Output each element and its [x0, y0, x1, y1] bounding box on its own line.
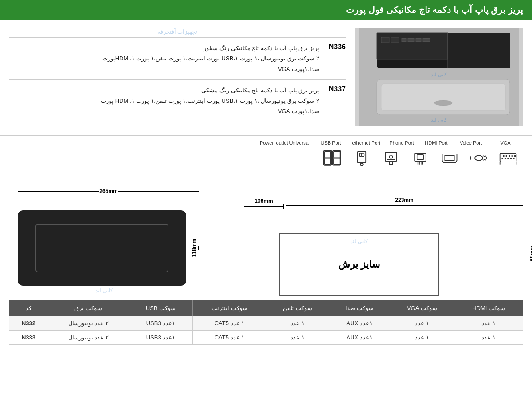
svg-rect-25: [360, 153, 362, 156]
svg-rect-17: [324, 151, 331, 165]
cell-n333-hdmi: ۱ عدد: [454, 331, 523, 345]
col-phone: سوکت تلفن: [266, 300, 329, 316]
cut-height-dimension: 68mm: [528, 211, 532, 296]
svg-rect-10: [448, 33, 510, 68]
hline-width: [18, 191, 99, 192]
svg-point-31: [389, 155, 392, 158]
svg-rect-34: [415, 153, 426, 161]
model-desc-n336: پریز برق پاپ آپ با دکمه تاچ مکانیکی رنگ …: [102, 43, 319, 74]
cut-size-text: سایز برش: [338, 259, 380, 270]
dimensions-section: 265mm 118mm کابی لند: [0, 175, 532, 296]
col-sound: سوکت صدا: [329, 300, 390, 316]
cell-n333-vga: ۱ عدد: [390, 331, 454, 345]
port-icons-row: [9, 146, 523, 170]
port-label-voice: Voice Port: [458, 140, 484, 146]
ethernet-port-icon: [380, 149, 402, 167]
port-label-ethernet: ethernet Port: [352, 140, 380, 146]
page-title: پریز برق پاپ آپ با دکمه تاچ مکانیکی فول …: [346, 5, 523, 15]
svg-rect-26: [362, 153, 364, 156]
svg-point-56: [501, 158, 503, 159]
cell-n332-sound: ۱عدد AUX: [329, 316, 390, 331]
svg-rect-30: [387, 154, 395, 160]
svg-point-55: [514, 155, 516, 157]
svg-rect-18: [324, 151, 331, 165]
model-desc-n337: پریز برق پاپ آپ با دکمه تاچ مکانیکی رنگ …: [101, 85, 319, 116]
table-header: سوکت HDMI سوکت VGA سوکت صدا سوکت تلفن سو…: [9, 300, 523, 316]
cut-width-label: 223mm: [395, 197, 413, 203]
port-label-vga: VGA: [492, 140, 519, 146]
cell-n332-internet: ۱ عدد CAT5: [193, 316, 266, 331]
tick-right: [199, 189, 200, 193]
top-dim-row: 108mm 223mm: [244, 197, 523, 209]
col-code: کد: [9, 300, 48, 316]
svg-point-27: [360, 163, 363, 166]
svg-rect-35: [417, 155, 424, 160]
svg-rect-13: [381, 84, 505, 110]
table-body: ۱ عدد ۱ عدد ۱عدد AUX ۱ عدد ۱ عدد CAT5 ۱ع…: [9, 316, 523, 345]
ports-section: Power, outlet Universal USB Port etherne…: [0, 135, 532, 175]
cell-n332-phone: ۱ عدد: [266, 316, 329, 331]
svg-rect-3: [381, 37, 389, 43]
cell-n332-code: N332: [9, 316, 48, 331]
watermark-dim-left: کابی لند: [9, 288, 200, 294]
svg-point-14: [434, 100, 452, 106]
svg-rect-21: [333, 151, 340, 165]
model-n336: N336 پریز برق پاپ آپ با دکمه تاچ مکانیکی…: [9, 37, 346, 79]
model-id-n336: N336: [324, 43, 346, 51]
svg-text:کابی لند: کابی لند: [431, 117, 447, 122]
svg-rect-20: [325, 158, 331, 165]
svg-rect-23: [334, 158, 340, 165]
cell-n333-phone: ۱ عدد: [266, 331, 329, 345]
svg-rect-22: [334, 151, 340, 158]
svg-point-52: [506, 155, 508, 157]
port-labels-row: Power, outlet Universal USB Port etherne…: [9, 140, 523, 146]
col-usb: سوکت USB: [129, 300, 193, 316]
svg-point-57: [505, 158, 506, 159]
watermark-cut: کابی لند: [350, 238, 368, 244]
hdmi-port-icon: [439, 149, 460, 167]
svg-text:کابی لند: کابی لند: [431, 72, 447, 77]
cell-n332-hdmi: ۱ عدد: [454, 316, 523, 331]
col-internet: سوکت اینترنت: [193, 300, 266, 316]
cell-n333-sound: ۱عدد AUX: [329, 331, 390, 345]
cell-n333-power: ۲ عدد یونیورسال: [48, 331, 129, 345]
cell-n333-internet: ۱ عدد CAT5: [193, 331, 266, 345]
table-row: ۱ عدد ۱ عدد ۱عدد AUX ۱ عدد ۱ عدد CAT5 ۱ع…: [9, 316, 523, 331]
svg-rect-7: [416, 38, 421, 42]
page-header: پریز برق پاپ آپ با دکمه تاچ مکانیکی فول …: [0, 0, 532, 20]
depth-label: 108mm: [254, 198, 273, 204]
voice-port-icon: [468, 149, 489, 167]
main-section: تجهیزات آفتخرفه N336 پریز برق پاپ آپ با …: [0, 20, 532, 135]
table-header-row: سوکت HDMI سوکت VGA سوکت صدا سوکت تلفن سو…: [9, 300, 523, 316]
height-label: 118mm: [190, 238, 198, 258]
model-descriptions: تجهیزات آفتخرفه N336 پریز برق پاپ آپ با …: [9, 28, 346, 126]
cell-n332-usb: ۱عدد USB3: [129, 316, 193, 331]
port-label-usb: USB Port: [317, 140, 344, 146]
col-hdmi: سوکت HDMI: [454, 300, 523, 316]
width-dimension-line: 265mm: [18, 188, 200, 194]
table-row: ۱ عدد ۱ عدد ۱عدد AUX ۱ عدد ۱ عدد CAT5 ۱ع…: [9, 331, 523, 345]
svg-point-59: [510, 158, 512, 159]
svg-rect-6: [408, 38, 414, 42]
svg-rect-41: [445, 156, 454, 161]
model-n337: N337 پریز برق پاپ آپ با دکمه تاچ مکانیکی…: [9, 79, 346, 122]
svg-point-51: [503, 155, 505, 157]
cell-n333-usb: ۱عدد USB3: [129, 331, 193, 345]
product-photo-section: کابی لند کابی لند: [355, 28, 523, 126]
model-id-n337: N337: [324, 85, 346, 93]
svg-rect-50: [500, 153, 516, 162]
cell-n332-power: ۲ عدد یونیورسال: [48, 316, 129, 331]
cell-n333-code: N333: [9, 331, 48, 345]
svg-point-42: [475, 156, 483, 161]
svg-point-53: [509, 155, 510, 157]
watermark-text: تجهیزات آفتخرفه: [157, 28, 198, 35]
product-image: کابی لند کابی لند: [355, 28, 523, 126]
port-label-phone: Phone Port: [388, 140, 415, 146]
right-dimension-block: 108mm 223mm کابی لند: [208, 175, 523, 296]
svg-point-54: [511, 155, 513, 157]
svg-point-58: [507, 158, 509, 159]
cut-height-label: 68mm: [528, 245, 532, 262]
cell-n332-vga: ۱ عدد: [390, 316, 454, 331]
svg-rect-8: [423, 38, 430, 42]
left-dimension-block: 265mm 118mm کابی لند: [9, 175, 200, 296]
